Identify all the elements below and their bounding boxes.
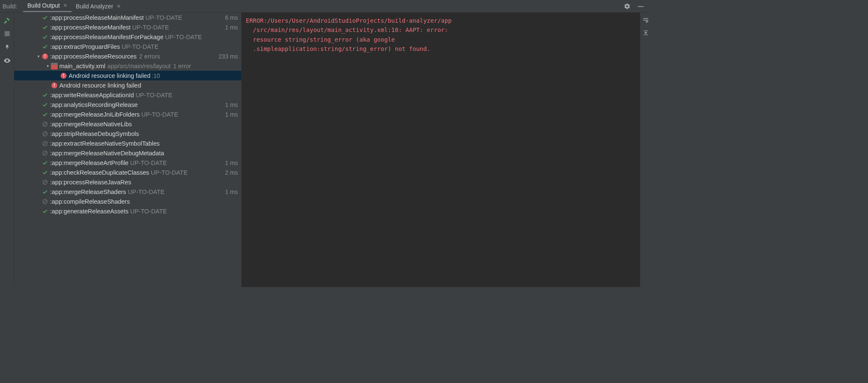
file-path: app/src/main/res/layout xyxy=(107,63,170,69)
tree-row[interactable]: :app:generateReleaseAssetsUP-TO-DATE xyxy=(14,206,241,216)
error-icon: ! xyxy=(41,53,49,59)
eye-icon[interactable] xyxy=(3,56,11,65)
task-status: UP-TO-DATE xyxy=(145,14,182,21)
check-icon xyxy=(41,208,49,214)
task-label: :app:mergeReleaseNativeLibs xyxy=(50,121,132,128)
task-label: :app:compileReleaseShaders xyxy=(50,198,130,205)
tree-row[interactable]: :app:stripReleaseDebugSymbols xyxy=(14,129,241,138)
check-icon xyxy=(41,160,49,166)
soft-wrap-icon[interactable] xyxy=(642,16,650,24)
task-label: :app:analyticsRecordingRelease xyxy=(50,101,138,108)
tree-row[interactable]: :app:extractReleaseNativeSymbolTables xyxy=(14,138,241,148)
skip-icon xyxy=(41,179,49,185)
header-actions: — xyxy=(623,2,648,11)
task-label: :app:stripReleaseDebugSymbols xyxy=(50,130,139,137)
svg-line-12 xyxy=(44,200,47,203)
task-label: :app:processReleaseResources xyxy=(50,53,137,60)
settings-icon[interactable] xyxy=(623,2,631,11)
check-icon xyxy=(41,112,49,117)
pin-icon[interactable] xyxy=(3,43,11,51)
tree-row[interactable]: :app:mergeReleaseNativeDebugMetadata xyxy=(14,148,241,158)
check-icon xyxy=(41,34,49,40)
hammer-icon[interactable] xyxy=(3,16,11,24)
header-bar: Build: Build Output✕Build Analyzer✕ — xyxy=(0,0,651,13)
check-icon xyxy=(41,170,49,176)
main-area: :app:processReleaseMainManifestUP-TO-DAT… xyxy=(0,13,651,287)
tree-row[interactable]: :app:analyticsRecordingRelease1 ms xyxy=(14,100,241,109)
tree-row[interactable]: :app:compileReleaseShaders xyxy=(14,197,241,206)
check-icon xyxy=(41,189,49,195)
tree-row[interactable]: ▾!:app:processReleaseResources2 errors23… xyxy=(14,51,241,61)
scroll-to-end-icon[interactable] xyxy=(642,29,650,37)
tree-row[interactable]: :app:mergeReleaseShadersUP-TO-DATE1 ms xyxy=(14,187,241,197)
check-icon xyxy=(41,102,49,108)
tab-build-analyzer[interactable]: Build Analyzer✕ xyxy=(72,0,125,12)
svg-line-6 xyxy=(44,142,47,145)
task-duration: 1 ms xyxy=(225,111,238,118)
tree-row[interactable]: :app:processReleaseManifestUP-TO-DATE1 m… xyxy=(14,22,241,32)
tree-row[interactable]: :app:mergeReleaseJniLibFoldersUP-TO-DATE… xyxy=(14,109,241,119)
tree-row[interactable]: :app:mergeReleaseArtProfileUP-TO-DATE1 m… xyxy=(14,158,241,168)
tab-label: Build Output xyxy=(27,2,60,9)
tab-label: Build Analyzer xyxy=(76,3,113,10)
task-label: :app:extractProguardFiles xyxy=(50,43,120,50)
error-details[interactable]: ERROR:/Users/User/AndroidStudioProjects/… xyxy=(242,13,640,287)
task-label: :app:extractReleaseNativeSymbolTables xyxy=(50,140,160,147)
svg-line-10 xyxy=(44,181,47,184)
task-duration: 1 ms xyxy=(225,160,238,166)
tree-row[interactable]: :app:mergeReleaseNativeLibs xyxy=(14,119,241,129)
task-label: :app:processReleaseManifest xyxy=(50,24,130,31)
task-label: Android resource linking failed xyxy=(69,72,150,79)
task-duration: 233 ms xyxy=(218,53,238,60)
task-label: Android resource linking failed xyxy=(59,82,141,89)
skip-icon xyxy=(41,199,49,205)
tree-row[interactable]: :app:checkReleaseDuplicateClassesUP-TO-D… xyxy=(14,168,241,177)
error-icon: ! xyxy=(60,73,67,79)
build-tree[interactable]: :app:processReleaseMainManifestUP-TO-DAT… xyxy=(14,13,242,287)
task-label: :app:processReleaseMainManifest xyxy=(50,14,144,21)
svg-line-4 xyxy=(44,132,47,135)
tree-row[interactable]: :app:processReleaseJavaRes xyxy=(14,177,241,187)
close-icon[interactable]: ✕ xyxy=(63,3,67,8)
task-status: UP-TO-DATE xyxy=(130,160,167,166)
error-count: 1 error xyxy=(173,63,191,69)
tree-row[interactable]: :app:processReleaseManifestForPackageUP-… xyxy=(14,32,241,42)
tree-row[interactable]: :app:extractProguardFilesUP-TO-DATE xyxy=(14,42,241,51)
check-icon xyxy=(41,24,49,30)
tree-row[interactable]: !Android resource linking failed:10 xyxy=(14,71,241,80)
task-status: UP-TO-DATE xyxy=(128,189,165,195)
stop-icon[interactable] xyxy=(3,29,11,38)
task-duration: 1 ms xyxy=(225,189,238,195)
tree-row[interactable]: :app:processReleaseMainManifestUP-TO-DAT… xyxy=(14,13,241,22)
tree-row[interactable]: :app:writeReleaseApplicationIdUP-TO-DATE xyxy=(14,90,241,100)
svg-line-8 xyxy=(44,152,47,154)
chevron-down-icon[interactable]: ▾ xyxy=(45,64,51,68)
tab-build-output[interactable]: Build Output✕ xyxy=(23,0,72,12)
task-label: :app:processReleaseJavaRes xyxy=(50,179,131,186)
build-label: Build: xyxy=(3,3,17,10)
task-status: UP-TO-DATE xyxy=(130,208,167,215)
task-duration: 1 ms xyxy=(225,101,238,108)
line-number: :10 xyxy=(152,72,160,79)
left-toolbar xyxy=(0,13,14,287)
skip-icon xyxy=(41,131,49,137)
task-label: main_activity.xml xyxy=(59,63,105,69)
chevron-down-icon[interactable]: ▾ xyxy=(35,54,41,59)
task-duration: 6 ms xyxy=(225,14,238,21)
error-icon: ! xyxy=(51,82,58,88)
task-label: :app:checkReleaseDuplicateClasses xyxy=(50,169,149,176)
task-label: :app:mergeReleaseShaders xyxy=(50,189,126,195)
tree-row[interactable]: ▾main_activity.xmlapp/src/main/res/layou… xyxy=(14,61,241,71)
task-label: :app:mergeReleaseJniLibFolders xyxy=(50,111,140,118)
minimize-icon[interactable]: — xyxy=(636,2,645,11)
task-duration: 1 ms xyxy=(225,24,238,31)
task-status: UP-TO-DATE xyxy=(151,169,187,176)
close-icon[interactable]: ✕ xyxy=(117,3,121,9)
check-icon xyxy=(41,15,49,21)
task-label: :app:generateReleaseAssets xyxy=(50,208,128,215)
task-label: :app:mergeReleaseNativeDebugMetadata xyxy=(50,150,164,157)
svg-line-2 xyxy=(44,122,47,125)
task-label: :app:processReleaseManifestForPackage xyxy=(50,34,163,40)
check-icon xyxy=(41,44,49,50)
tree-row[interactable]: !Android resource linking failed xyxy=(14,80,241,90)
